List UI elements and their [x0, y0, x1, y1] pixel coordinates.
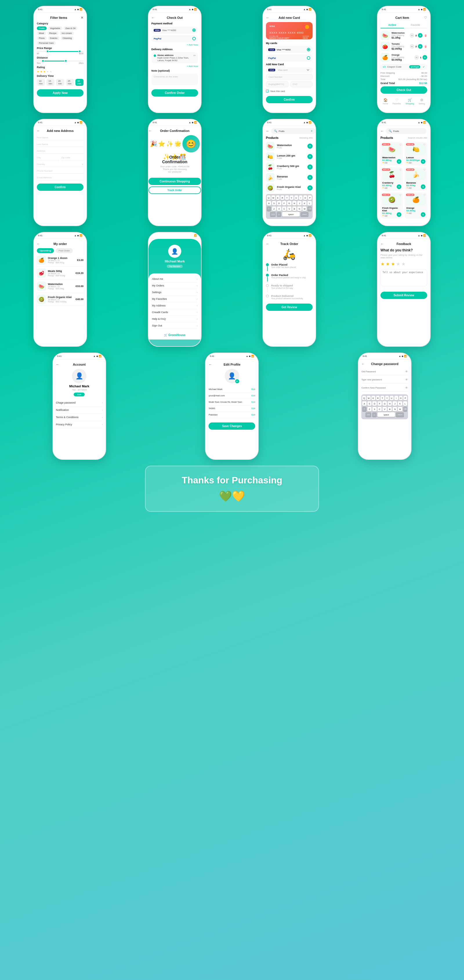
edit-address-link[interactable]: Edit — [252, 401, 255, 403]
key-r[interactable]: R — [376, 396, 380, 401]
new-password-input[interactable] — [361, 379, 405, 381]
add-to-cart-btn[interactable]: + — [308, 175, 313, 180]
menu-settings[interactable]: Settings › — [152, 289, 198, 296]
rating-stars[interactable]: ★ ★ ★ ★ ★ — [37, 70, 83, 73]
key-v[interactable]: V — [383, 407, 387, 411]
get-review-button[interactable]: Get Review — [266, 304, 313, 311]
back-icon[interactable]: ← — [381, 129, 384, 133]
key-s[interactable]: S — [367, 401, 372, 406]
key-b[interactable]: B — [388, 407, 392, 411]
key-backspace[interactable]: ⌫ — [403, 407, 407, 411]
key-p[interactable]: P — [308, 196, 312, 200]
country-select-row[interactable]: Country ∨ — [37, 162, 83, 167]
add-to-cart-btn[interactable]: + — [308, 164, 313, 170]
key-s[interactable]: S — [272, 201, 276, 205]
account-terms[interactable]: Terms & Conditions › — [56, 414, 103, 421]
tag-recipe[interactable]: Recipe — [47, 31, 59, 35]
add-to-cart-btn[interactable]: + — [421, 212, 426, 217]
key-backspace[interactable]: ⌫ — [308, 207, 312, 211]
edit-profile-button[interactable]: Edit — [74, 393, 85, 396]
dt-25[interactable]: 25 min — [66, 79, 74, 86]
menu-my-orders[interactable]: My Orders › — [152, 282, 198, 289]
feedback-textarea[interactable] — [381, 269, 427, 286]
key-l[interactable]: L — [403, 401, 407, 406]
heart-icon[interactable]: ♡ — [423, 143, 426, 146]
key-a[interactable]: A — [267, 201, 271, 205]
back-icon[interactable]: ← — [151, 16, 155, 20]
confirm-password-input[interactable] — [361, 387, 405, 389]
card-type-select[interactable]: Visa card — [277, 68, 310, 72]
edit-country-link[interactable]: Edit — [252, 414, 255, 416]
key-h[interactable]: H — [292, 201, 297, 205]
key-i[interactable]: I — [299, 196, 303, 200]
star-3[interactable]: ★ — [43, 70, 46, 73]
dt-20[interactable]: 20 min — [56, 79, 64, 86]
search-input[interactable] — [279, 130, 309, 132]
key-j[interactable]: J — [297, 201, 301, 205]
search-submit[interactable]: ✕ — [311, 130, 313, 132]
back-icon[interactable]: ← — [209, 363, 212, 366]
cvc-input[interactable]: CVC — [290, 81, 313, 87]
visa-radio[interactable] — [192, 29, 196, 32]
save-changes-button[interactable]: Save Changes — [209, 422, 255, 430]
add-to-cart-btn[interactable]: + — [397, 185, 401, 189]
eye-icon[interactable]: 👁 — [405, 378, 408, 381]
star-4[interactable]: ★ — [396, 261, 400, 267]
key-c[interactable]: C — [378, 407, 382, 411]
key-d[interactable]: D — [372, 401, 377, 406]
key-z[interactable]: Z — [367, 407, 372, 411]
key-r[interactable]: R — [281, 196, 284, 200]
tag-snacks[interactable]: Snacks — [48, 36, 59, 40]
star-1[interactable]: ★ — [381, 261, 384, 267]
key-123[interactable]: 123 — [270, 212, 276, 216]
add-to-cart-btn[interactable]: + — [308, 143, 313, 149]
key-w[interactable]: W — [271, 196, 275, 200]
eye-icon[interactable]: 👁 — [405, 370, 408, 373]
nav-settings[interactable]: ⚙ Setting — [418, 98, 425, 105]
back-icon[interactable]: ← — [266, 242, 269, 246]
nav-favorites[interactable]: ♡ Favorites — [393, 98, 401, 105]
key-k[interactable]: K — [398, 401, 402, 406]
key-shift[interactable]: ⇧ — [362, 407, 367, 411]
menu-about-me[interactable]: About me › — [152, 276, 198, 282]
key-q[interactable]: Q — [267, 196, 271, 200]
edit-addr-icon[interactable]: ✏ — [193, 54, 196, 57]
nav-shopping[interactable]: 🛒 Shopping — [405, 98, 414, 105]
tag-fruits[interactable]: Fruits — [37, 26, 47, 30]
key-p[interactable]: P — [403, 396, 407, 401]
track-order-button[interactable]: Track Order — [148, 186, 201, 194]
price-range-slider[interactable]: $5 $100 — [37, 51, 83, 54]
zip-input[interactable]: Zip code — [62, 155, 84, 160]
heart-icon[interactable]: ♡ — [424, 16, 427, 20]
note-field[interactable]: Comments on the order — [151, 74, 198, 85]
confirm-address-button[interactable]: Confirm — [37, 183, 83, 191]
key-space[interactable]: space — [282, 212, 300, 216]
apply-now-button[interactable]: Apply Now — [37, 89, 83, 97]
key-v[interactable]: V — [287, 207, 292, 211]
tag-cleaning[interactable]: Cleaning — [61, 36, 74, 40]
star-4[interactable]: ★ — [46, 70, 49, 73]
key-123[interactable]: 123 — [365, 412, 371, 417]
heart-icon[interactable]: ♡ — [423, 169, 426, 171]
key-space[interactable]: space — [378, 412, 395, 417]
menu-favorites[interactable]: My Favorites › — [152, 296, 198, 302]
key-b[interactable]: B — [292, 207, 297, 211]
add-to-cart-btn[interactable]: + — [308, 185, 313, 191]
old-password-input[interactable] — [361, 370, 405, 373]
key-m[interactable]: M — [398, 407, 402, 411]
back-icon[interactable]: ← — [266, 129, 269, 133]
menu-credit-cards[interactable]: Creadit Cards › — [152, 309, 198, 316]
menu-help-faq[interactable]: Help & FAQ › — [152, 316, 198, 322]
tag-gee-oil[interactable]: Gee & Oil — [64, 26, 78, 30]
my-paypal-radio[interactable] — [307, 56, 310, 60]
edit-name-link[interactable]: Edit — [252, 388, 255, 391]
key-x[interactable]: X — [277, 207, 281, 211]
add-to-cart-btn[interactable]: + — [397, 159, 401, 164]
tab-upcoming[interactable]: Upcoming — [37, 248, 54, 253]
nav-home[interactable]: 🏠 Home — [383, 98, 388, 105]
key-emoji[interactable]: ☺ — [277, 212, 281, 216]
key-h[interactable]: H — [388, 401, 392, 406]
heart-icon[interactable]: ♡ — [399, 194, 402, 197]
dt-30[interactable]: 30 min — [75, 79, 83, 86]
star-5[interactable]: ★ — [49, 70, 52, 73]
